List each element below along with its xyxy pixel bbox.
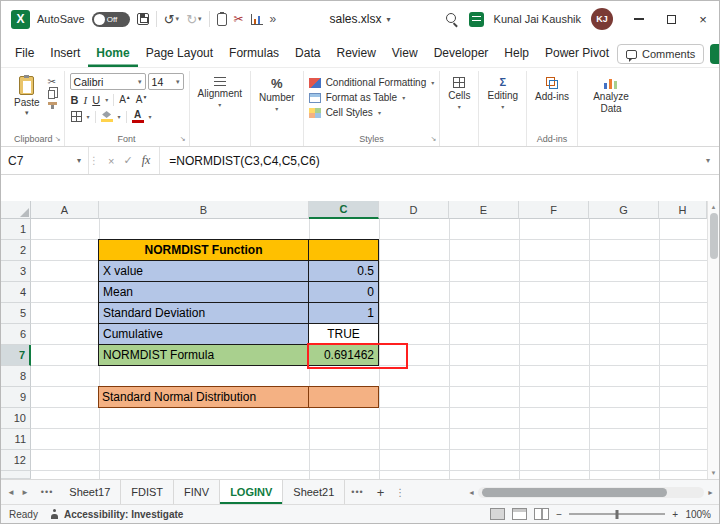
scroll-left-icon[interactable]: ◄ [468, 489, 475, 496]
row-header-5[interactable]: 5 [1, 303, 31, 324]
comments-button[interactable]: Comments [617, 44, 704, 64]
grow-font-button[interactable]: A▲ [119, 94, 131, 105]
scroll-down-icon[interactable]: ▼ [711, 467, 717, 479]
column-header-a[interactable]: A [31, 201, 99, 219]
tab-review[interactable]: Review [328, 41, 383, 67]
normal-view-button[interactable] [490, 508, 505, 520]
formula-input[interactable]: =NORMDIST(C3,C4,C5,C6) [160, 147, 697, 174]
vertical-scroll-thumb[interactable] [710, 213, 718, 259]
zoom-level[interactable]: 100% [685, 509, 711, 520]
paste-button[interactable]: Paste ▾ [8, 73, 46, 131]
cell-c5[interactable]: 1 [309, 303, 379, 324]
row-header-11[interactable]: 11 [1, 429, 31, 450]
column-header-d[interactable]: D [379, 201, 449, 219]
column-header-c[interactable]: C [309, 201, 379, 219]
row-header-12[interactable]: 12 [1, 450, 31, 471]
sheet-nav-right-icon[interactable]: ► [21, 488, 29, 497]
quick-access-clipboard-button[interactable] [217, 13, 227, 26]
cell-c6[interactable]: TRUE [309, 324, 379, 345]
cancel-entry-icon[interactable]: × [108, 155, 114, 167]
autosave-toggle[interactable]: Off [92, 12, 130, 27]
share-button[interactable]: ↗ [710, 44, 720, 64]
fill-color-button[interactable] [101, 111, 113, 122]
cell-b2[interactable]: NORMDIST Function [99, 240, 309, 261]
alignment-button[interactable]: Alignment ▾ [195, 73, 245, 131]
cell-styles-button[interactable]: Cell Styles ▾ [309, 107, 435, 118]
sheet-tab-sheet17[interactable]: Sheet17 [59, 480, 121, 504]
font-color-button[interactable]: A [132, 110, 144, 123]
sheet-nav-left-icon[interactable]: ◄ [7, 488, 15, 497]
dialog-launcher-icon[interactable]: ↘ [55, 135, 61, 143]
zoom-slider[interactable] [569, 513, 665, 515]
font-name-combo[interactable]: Calibri ▾ [70, 73, 146, 90]
cells-button[interactable]: Cells ▾ [445, 73, 473, 131]
row-header-3[interactable]: 3 [1, 261, 31, 282]
cell-c4[interactable]: 0 [309, 282, 379, 303]
shrink-font-button[interactable]: A▼ [136, 94, 148, 105]
number-button[interactable]: % Number ▾ [256, 73, 298, 131]
column-header-g[interactable]: G [589, 201, 659, 219]
quick-access-chart-button[interactable] [251, 14, 263, 25]
row-header-1[interactable]: 1 [1, 219, 31, 240]
sheet-tab-fdist[interactable]: FDIST [121, 480, 174, 504]
cell-c3[interactable]: 0.5 [309, 261, 379, 282]
italic-button[interactable]: I [84, 94, 88, 106]
sheet-tab-sheet21[interactable]: Sheet21 [283, 480, 345, 504]
row-header-9[interactable]: 9 [1, 387, 31, 408]
insert-function-icon[interactable]: fx [142, 153, 151, 168]
copy-button[interactable] [48, 90, 57, 99]
sheet-overflow-right[interactable]: ••• [345, 480, 369, 504]
formula-bar-drag-handle[interactable]: ⋮ [89, 147, 99, 174]
row-header-10[interactable]: 10 [1, 408, 31, 429]
row-header-6[interactable]: 6 [1, 324, 31, 345]
new-sheet-button[interactable]: + [370, 480, 392, 504]
tab-home[interactable]: Home [88, 41, 137, 67]
cells-area[interactable]: NORMDIST Function X value 0.5 Mean 0 Sta… [31, 219, 707, 479]
horizontal-scroll-thumb[interactable] [482, 488, 667, 497]
tab-page-layout[interactable]: Page Layout [138, 41, 221, 67]
cell-b4[interactable]: Mean [99, 282, 309, 303]
format-painter-button[interactable] [48, 102, 57, 105]
cell-b3[interactable]: X value [99, 261, 309, 282]
name-box[interactable]: C7 ▾ [1, 147, 89, 174]
cell-b9[interactable]: Standard Normal Distribution [99, 387, 309, 408]
editing-button[interactable]: Σ Editing ▾ [484, 73, 521, 131]
minimize-button[interactable] [623, 1, 655, 37]
maximize-button[interactable] [655, 1, 687, 37]
zoom-in-button[interactable]: + [672, 509, 678, 520]
undo-button[interactable]: ↺▾ [164, 12, 179, 27]
conditional-formatting-button[interactable]: Conditional Formatting ▾ [309, 77, 435, 88]
expand-formula-bar-button[interactable]: ▾ [697, 147, 719, 174]
save-button[interactable] [137, 13, 149, 25]
tab-insert[interactable]: Insert [42, 41, 88, 67]
addins-button[interactable]: Add-ins [532, 73, 572, 131]
zoom-slider-thumb[interactable] [616, 510, 619, 519]
cell-c2[interactable] [309, 240, 379, 261]
format-as-table-button[interactable]: Format as Table ▾ [309, 92, 435, 103]
horizontal-scroll-track[interactable] [478, 487, 704, 498]
horizontal-scrollbar[interactable]: ◄ ► [463, 480, 719, 504]
font-size-combo[interactable]: 14 ▾ [148, 73, 184, 90]
sheet-tab-finv[interactable]: FINV [174, 480, 220, 504]
scroll-up-icon[interactable]: ▲ [711, 201, 717, 213]
search-icon[interactable] [445, 12, 459, 26]
avatar[interactable]: KJ [591, 8, 613, 30]
bold-button[interactable]: B [71, 94, 79, 106]
tab-data[interactable]: Data [287, 41, 328, 67]
column-header-b[interactable]: B [99, 201, 309, 219]
underline-button[interactable]: U [92, 94, 100, 106]
tab-help[interactable]: Help [496, 41, 537, 67]
accessibility-status[interactable]: Accessibility: Investigate [50, 509, 184, 520]
cell-c9[interactable] [309, 387, 379, 408]
column-header-e[interactable]: E [449, 201, 519, 219]
sheet-tab-loginv[interactable]: LOGINV [220, 480, 283, 504]
select-all-button[interactable] [1, 201, 31, 219]
row-header-8[interactable]: 8 [1, 366, 31, 387]
tab-power-pivot[interactable]: Power Pivot [537, 41, 617, 67]
zoom-out-button[interactable]: − [556, 509, 562, 520]
confirm-entry-icon[interactable]: ✓ [123, 154, 132, 167]
cell-b6[interactable]: Cumulative [99, 324, 309, 345]
cell-b5[interactable]: Standard Deviation [99, 303, 309, 324]
dialog-launcher-icon[interactable]: ↘ [430, 135, 436, 143]
cell-b7[interactable]: NORMDIST Formula [99, 345, 309, 366]
